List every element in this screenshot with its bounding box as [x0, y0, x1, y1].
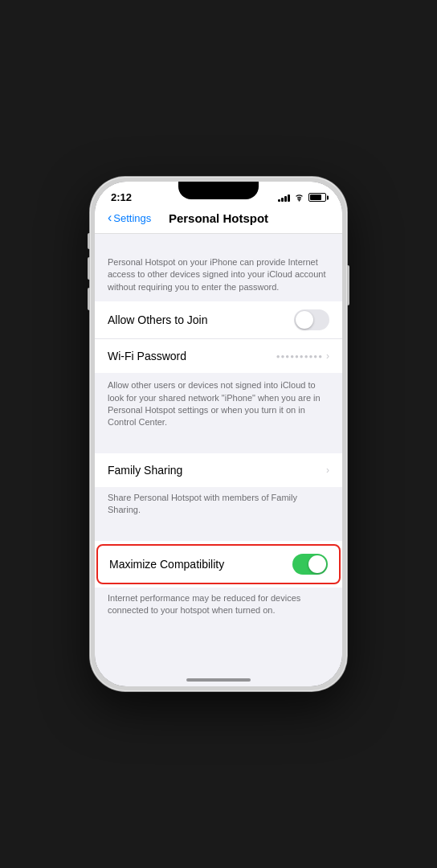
top-gap	[95, 234, 342, 250]
phone-screen: 2:12	[95, 182, 342, 686]
family-sharing-label: Family Sharing	[108, 464, 182, 477]
family-sharing-chevron-icon: ›	[326, 465, 329, 476]
main-settings-card: Allow Others to Join Wi-Fi Password ●●●●…	[95, 301, 342, 373]
maximize-compat-card: Maximize Compatibility	[95, 541, 342, 588]
family-sharing-footer: Share Personal Hotspot with members of F…	[95, 487, 342, 525]
back-button[interactable]: ‹ Settings	[108, 212, 164, 224]
wifi-password-row[interactable]: Wi-Fi Password ●●●●●●●●●● ›	[95, 339, 342, 373]
allow-others-row: Allow Others to Join	[95, 301, 342, 339]
battery-icon	[308, 193, 326, 202]
maximize-compat-label: Maximize Compatibility	[109, 558, 224, 571]
scroll-content[interactable]: Personal Hotspot on your iPhone can prov…	[95, 234, 342, 686]
screen-content: 2:12	[95, 182, 342, 686]
nav-title: Personal Hotspot	[164, 211, 273, 225]
notch	[178, 182, 259, 199]
battery-fill	[310, 194, 321, 200]
status-bar: 2:12	[95, 182, 342, 207]
power-button[interactable]	[347, 265, 349, 305]
bottom-padding	[95, 624, 342, 673]
home-indicator[interactable]	[186, 678, 251, 682]
status-icons	[278, 193, 326, 202]
wifi-password-label: Wi-Fi Password	[108, 350, 186, 362]
volume-down-button[interactable]	[88, 288, 90, 310]
allow-others-label: Allow Others to Join	[108, 313, 208, 326]
maximize-compat-toggle[interactable]	[292, 554, 328, 575]
signal-icon	[278, 194, 290, 202]
wifi-icon	[294, 194, 304, 202]
maximize-compat-row: Maximize Compatibility	[96, 544, 341, 584]
description-text: Personal Hotspot on your iPhone can prov…	[95, 250, 342, 301]
gap-2	[95, 437, 342, 453]
allow-others-info-text: Allow other users or devices not signed …	[95, 373, 342, 437]
maximize-compat-toggle-knob	[308, 555, 326, 573]
wifi-password-right: ●●●●●●●●●● ›	[276, 350, 329, 362]
nav-bar: ‹ Settings Personal Hotspot	[95, 207, 342, 234]
maximize-compat-footer: Internet performance may be reduced for …	[95, 588, 342, 625]
allow-others-toggle[interactable]	[294, 309, 329, 330]
status-time: 2:12	[111, 191, 132, 203]
phone-frame: 2:12	[90, 177, 347, 691]
family-sharing-card: Family Sharing ›	[95, 453, 342, 487]
back-label: Settings	[113, 212, 151, 224]
volume-up-button[interactable]	[88, 257, 90, 280]
back-chevron-icon: ‹	[108, 211, 112, 224]
gap-3	[95, 525, 342, 541]
mute-switch[interactable]	[88, 233, 90, 249]
family-sharing-row[interactable]: Family Sharing ›	[95, 453, 342, 487]
toggle-knob	[296, 311, 313, 329]
chevron-right-icon: ›	[326, 350, 329, 362]
svg-point-0	[299, 199, 300, 201]
wifi-password-value: ●●●●●●●●●●	[276, 353, 323, 360]
